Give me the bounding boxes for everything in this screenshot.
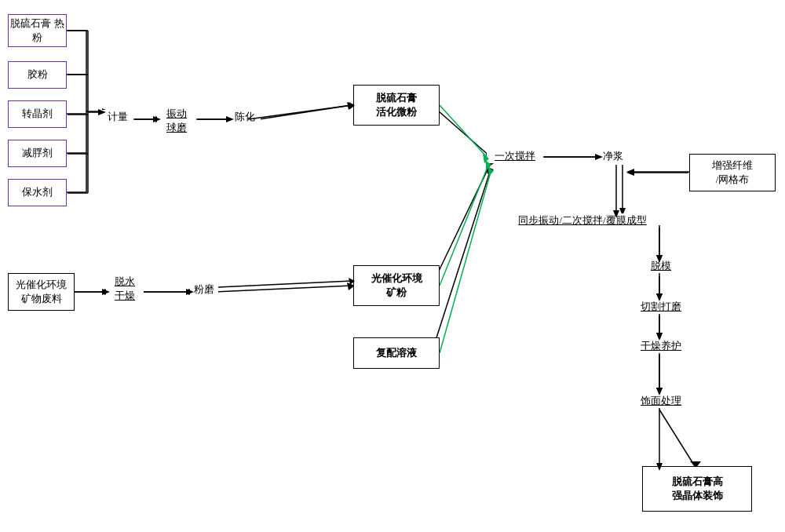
box-photocatalytic-mineral-waste: 光催化环境矿物废料 (8, 273, 75, 311)
box-reinforcing-fiber-mesh: 增强纤维/网格布 (689, 154, 776, 191)
svg-line-54 (248, 105, 352, 119)
label-weigh: 计量 (102, 110, 133, 124)
box-photocatalytic-mineral-powder: 光催化环境矿粉 (353, 265, 440, 306)
svg-line-60 (218, 281, 352, 287)
svg-marker-67 (487, 166, 494, 176)
label-surface-treatment: 饰面处理 (634, 394, 688, 408)
box-crystal-modifier: 转晶剂 (8, 100, 67, 128)
label-pure-slurry: 净浆 (599, 149, 627, 163)
svg-line-62 (440, 105, 487, 157)
label-grinding: 粉磨 (190, 282, 218, 297)
flow-diagram: 脱硫石膏 热粉 胶粉 转晶剂 减脬剂 保水剂 光催化环境矿物废料 计量 振动球磨… (0, 0, 785, 532)
svg-marker-25 (486, 166, 494, 174)
box-desulfurized-gypsum-hot-powder: 脱硫石膏 热粉 (8, 14, 67, 47)
label-vibration-ball-mill: 振动球磨 (157, 107, 196, 135)
box-desulfurized-gypsum-activated-micropowder: 脱硫石膏活化微粉 (353, 85, 440, 126)
label-first-mixing: 一次搅拌 (487, 149, 543, 163)
box-compound-solution: 复配溶液 (353, 337, 440, 369)
label-sync-vibration-second-mix-film: 同步振动/二次搅拌/覆膜成型 (480, 213, 685, 228)
svg-line-24 (432, 169, 491, 352)
svg-line-12 (259, 105, 352, 119)
label-aging: 陈化 (229, 110, 261, 124)
label-drying-curing: 干燥养护 (634, 339, 688, 353)
label-demolding: 脱模 (642, 259, 680, 273)
svg-line-18 (214, 286, 352, 292)
box-defoamer: 减脬剂 (8, 140, 67, 167)
box-final-product: 脱硫石膏高强晶体装饰 (642, 466, 752, 512)
box-water-retainer: 保水剂 (8, 179, 67, 206)
label-cutting-polishing: 切割打磨 (634, 300, 688, 314)
svg-line-40 (659, 410, 695, 466)
box-rubber-powder: 胶粉 (8, 61, 67, 89)
svg-marker-29 (626, 169, 634, 175)
label-dehydration-drying: 脱水干燥 (106, 275, 144, 303)
svg-marker-71 (626, 169, 634, 176)
svg-line-20 (432, 105, 491, 157)
svg-line-66 (440, 169, 491, 353)
